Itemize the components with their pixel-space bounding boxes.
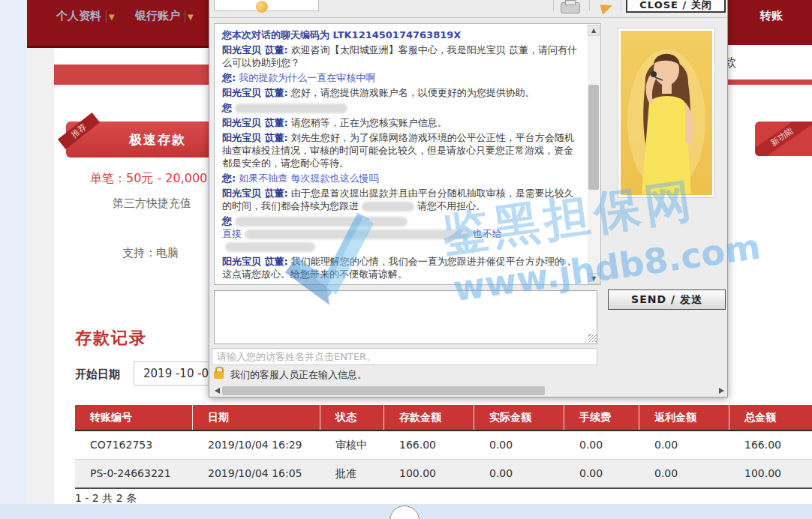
- start-date-input[interactable]: [134, 362, 210, 386]
- chat-horizontal-scrollbar: [213, 386, 726, 396]
- nav-item-bank[interactable]: 银行账户|▼: [135, 9, 194, 23]
- nav-divider: |: [104, 9, 108, 22]
- scroll-up-button[interactable]: ▲: [588, 25, 600, 36]
- records-title: 存款记录: [75, 327, 147, 350]
- printer-icon[interactable]: [561, 2, 580, 14]
- column-header: 返利金额: [639, 405, 729, 430]
- resize-grip-icon[interactable]: [588, 334, 597, 342]
- message-text: 请您不用担心。: [417, 200, 486, 212]
- message-text: 如果不抽查 每次提款也这么慢吗: [236, 172, 378, 184]
- sender-name: 阳光宝贝 苡董:: [222, 256, 288, 267]
- chat-message: 阳光宝贝 苡董: 请您稍等，正在为您核实账户信息。: [222, 116, 581, 129]
- chat-message: 您直接也不给: [222, 214, 581, 253]
- sender-name: 阳光宝贝 苡董:: [222, 87, 288, 98]
- visitor-name-input[interactable]: [212, 348, 597, 365]
- sender-name: 阳光宝贝 苡董:: [222, 132, 288, 143]
- chat-message: 阳光宝贝 苡董: 我们能理解您的心情，我们会一直为您跟进并催促平台方办理的，这点…: [222, 255, 581, 280]
- chat-message: 阳光宝贝 苡董: 由于您是首次提出提款并且由平台分随机抽取审核，是需要比较久的时…: [222, 187, 581, 212]
- scroll-down-button[interactable]: ▼: [588, 273, 600, 284]
- scroll-right-button[interactable]: [719, 388, 724, 394]
- column-header: 日期: [193, 405, 320, 430]
- redacted-text: [245, 230, 470, 239]
- chat-message: 您: 我的提款为什么一直在审核中啊: [222, 71, 581, 84]
- toolbar-divider: [553, 0, 554, 11]
- sender-name: 阳光宝贝 苡董:: [222, 117, 288, 128]
- redacted-text: [235, 104, 347, 113]
- tab-withdraw-partial[interactable]: 款: [714, 45, 812, 80]
- message-text: 您本次对话的聊天编码为 LTK121450174763819X: [222, 29, 461, 40]
- chat-messages-panel: 您本次对话的聊天编码为 LTK121450174763819X阳光宝贝 苡董: …: [214, 23, 601, 285]
- table-header-row: 转账编号日期状态存款金额实际金额手续费返利金额总金额: [75, 405, 812, 431]
- chevron-down-icon: ▼: [109, 13, 115, 21]
- scroll-left-button[interactable]: [215, 388, 220, 394]
- scrollbar-thumb[interactable]: [588, 85, 599, 190]
- h-scrollbar-thumb[interactable]: [222, 386, 545, 395]
- nav-item-label: 银行账户: [135, 9, 180, 22]
- agent-photo: [618, 28, 715, 198]
- chat-message-list: 您本次对话的聊天编码为 LTK121450174763819X阳光宝贝 苡董: …: [222, 28, 581, 285]
- toolbar-divider-line: [209, 17, 727, 18]
- table-cell: 0.00: [564, 431, 639, 459]
- nav-divider: |: [183, 9, 187, 22]
- emoji-icon[interactable]: [256, 1, 268, 13]
- table-cell: 2019/10/04 16:29: [193, 431, 320, 459]
- sender-name: 您:: [222, 72, 236, 83]
- table-cell: 166.00: [729, 431, 812, 459]
- page-root: 个人资料|▼ 银行账户|▼ 转账 款 推荐 极速存款 单笔：50元 - 20,0…: [0, 0, 812, 519]
- agent-photo-illustration: [621, 31, 712, 195]
- table-cell: 0.00: [564, 460, 639, 488]
- sender-name: 您:: [222, 172, 236, 184]
- express-deposit-card[interactable]: 推荐 极速存款: [66, 122, 213, 158]
- redacted-text: [362, 202, 414, 212]
- chat-message: 阳光宝贝 苡董: 欢迎咨询【太阳城亚洲】客服中心，我是阳光宝贝 苡董，请问有什么…: [222, 44, 581, 69]
- column-header: 存款金额: [384, 405, 474, 430]
- message-textarea[interactable]: [214, 290, 597, 344]
- column-header: 转账编号: [75, 405, 193, 430]
- close-button[interactable]: CLOSE / 关闭: [626, 0, 726, 13]
- new-feature-ribbon: 新功能: [755, 122, 812, 156]
- sender-name: 您:: [222, 284, 236, 285]
- deposit-table: 转账编号日期状态存款金额实际金额手续费返利金额总金额 CO71627532019…: [75, 405, 812, 489]
- toolbar-divider: [621, 0, 621, 11]
- message-text: 您好，请您提供游戏账户名，以便更好的为您提供协助。: [288, 87, 535, 98]
- message-text: 请您稍等，正在为您核实账户信息。: [288, 117, 447, 128]
- chat-message: 您: [222, 101, 581, 114]
- table-cell: 100.00: [729, 460, 812, 488]
- table-cell: 0.00: [474, 431, 564, 459]
- table-cell: 批准: [320, 460, 384, 488]
- message-text: 直接: [222, 228, 242, 239]
- start-date-label: 开始日期: [75, 368, 120, 382]
- sender-name: 您: [222, 102, 232, 113]
- column-header: 总金额: [729, 405, 812, 430]
- table-cell: 2019/10/04 16:05: [193, 460, 320, 488]
- sender-name: 您: [222, 215, 232, 226]
- deposit-method-text: 第三方快捷充值: [113, 196, 191, 211]
- nav-item-profile[interactable]: 个人资料|▼: [56, 9, 115, 23]
- message-text: 我的提款为什么一直在审核中啊: [236, 72, 375, 83]
- sender-name: 阳光宝贝 苡董:: [222, 188, 288, 199]
- redacted-text: [235, 217, 408, 226]
- new-feature-card[interactable]: 新功能: [755, 122, 812, 156]
- chat-message: 您: 如果不抽查 每次提款也这么慢吗: [222, 172, 581, 184]
- send-cursor-icon[interactable]: [600, 2, 614, 15]
- table-cell: CO7162753: [75, 431, 193, 459]
- chat-message: 阳光宝贝 苡董: 您好，请您提供游戏账户名，以便更好的为您提供协助。: [222, 86, 581, 99]
- table-cell: 0.00: [639, 431, 729, 459]
- nav-item-transfer[interactable]: 转账: [760, 9, 783, 23]
- lock-icon: [214, 371, 224, 379]
- table-row: CO71627532019/10/04 16:29审核中166.000.000.…: [75, 431, 812, 460]
- column-header: 手续费: [564, 405, 639, 430]
- table-cell: 0.00: [474, 460, 564, 488]
- message-text: 也不给: [473, 228, 502, 239]
- table-cell: PS-0-24663221: [75, 460, 193, 488]
- chat-message: 您: 行了 不等了 不提拉倒 当输了 去宣传一下: [222, 283, 581, 285]
- table-cell: 166.00: [384, 431, 474, 459]
- send-button[interactable]: SEND / 发送: [608, 290, 726, 310]
- nav-item-label: 个人资料: [56, 9, 101, 22]
- table-cell: 0.00: [639, 460, 729, 488]
- chevron-down-icon: ▼: [188, 13, 194, 21]
- message-text: 行了 不等了 不提拉倒 当输了 去宣传一下: [236, 284, 417, 285]
- deposit-support-text: 支持：电脑: [122, 246, 179, 260]
- table-cell: 审核中: [320, 431, 384, 459]
- toolbar-divider: [589, 0, 590, 11]
